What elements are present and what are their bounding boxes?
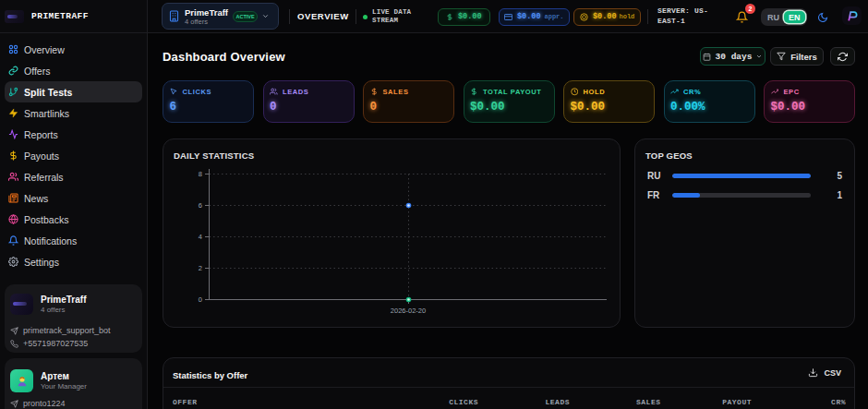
svg-text:2026-02-20: 2026-02-20 [391, 307, 426, 315]
svg-text:6: 6 [199, 201, 202, 210]
svg-text:4: 4 [199, 233, 202, 241]
svg-text:2: 2 [199, 264, 202, 272]
svg-text:8: 8 [199, 170, 202, 178]
svg-text:0: 0 [199, 295, 202, 304]
